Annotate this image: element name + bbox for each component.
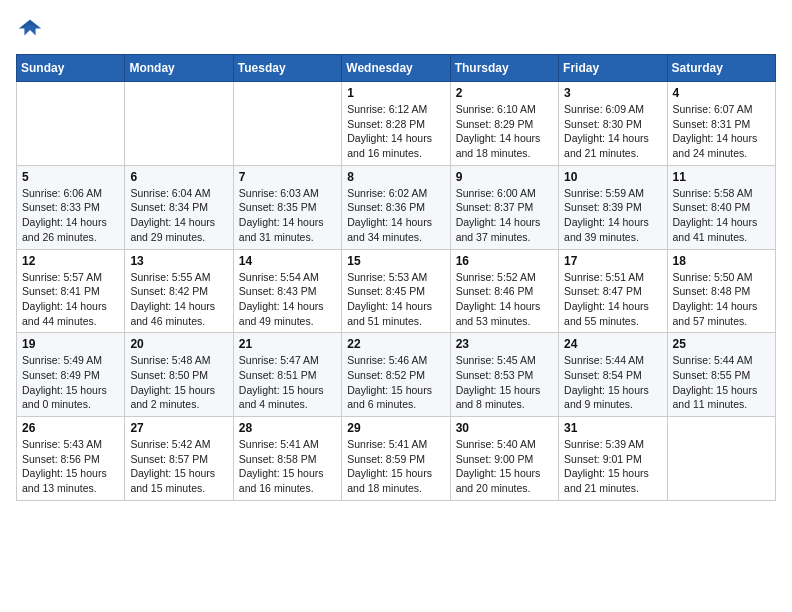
calendar-cell: 6Sunrise: 6:04 AM Sunset: 8:34 PM Daylig… [125,165,233,249]
calendar-cell: 15Sunrise: 5:53 AM Sunset: 8:45 PM Dayli… [342,249,450,333]
calendar-cell [667,417,775,501]
day-number: 4 [673,86,770,100]
day-number: 15 [347,254,444,268]
day-number: 14 [239,254,336,268]
calendar-week-row: 12Sunrise: 5:57 AM Sunset: 8:41 PM Dayli… [17,249,776,333]
weekday-header: Monday [125,55,233,82]
day-number: 29 [347,421,444,435]
day-info: Sunrise: 6:02 AM Sunset: 8:36 PM Dayligh… [347,186,444,245]
calendar-cell: 26Sunrise: 5:43 AM Sunset: 8:56 PM Dayli… [17,417,125,501]
day-info: Sunrise: 6:00 AM Sunset: 8:37 PM Dayligh… [456,186,553,245]
day-info: Sunrise: 5:45 AM Sunset: 8:53 PM Dayligh… [456,353,553,412]
day-number: 21 [239,337,336,351]
day-info: Sunrise: 5:54 AM Sunset: 8:43 PM Dayligh… [239,270,336,329]
day-number: 31 [564,421,661,435]
calendar-cell: 14Sunrise: 5:54 AM Sunset: 8:43 PM Dayli… [233,249,341,333]
calendar-cell: 5Sunrise: 6:06 AM Sunset: 8:33 PM Daylig… [17,165,125,249]
calendar-cell: 17Sunrise: 5:51 AM Sunset: 8:47 PM Dayli… [559,249,667,333]
day-number: 8 [347,170,444,184]
day-number: 2 [456,86,553,100]
day-number: 26 [22,421,119,435]
calendar-week-row: 19Sunrise: 5:49 AM Sunset: 8:49 PM Dayli… [17,333,776,417]
day-number: 30 [456,421,553,435]
calendar-cell: 24Sunrise: 5:44 AM Sunset: 8:54 PM Dayli… [559,333,667,417]
calendar-cell: 30Sunrise: 5:40 AM Sunset: 9:00 PM Dayli… [450,417,558,501]
day-info: Sunrise: 6:06 AM Sunset: 8:33 PM Dayligh… [22,186,119,245]
day-number: 16 [456,254,553,268]
logo [16,16,48,44]
day-number: 27 [130,421,227,435]
calendar-cell: 27Sunrise: 5:42 AM Sunset: 8:57 PM Dayli… [125,417,233,501]
calendar-cell: 7Sunrise: 6:03 AM Sunset: 8:35 PM Daylig… [233,165,341,249]
calendar-cell: 4Sunrise: 6:07 AM Sunset: 8:31 PM Daylig… [667,82,775,166]
calendar-week-row: 26Sunrise: 5:43 AM Sunset: 8:56 PM Dayli… [17,417,776,501]
day-number: 13 [130,254,227,268]
calendar-cell: 2Sunrise: 6:10 AM Sunset: 8:29 PM Daylig… [450,82,558,166]
logo-icon [16,16,44,44]
weekday-header: Tuesday [233,55,341,82]
day-number: 3 [564,86,661,100]
day-number: 11 [673,170,770,184]
day-info: Sunrise: 5:58 AM Sunset: 8:40 PM Dayligh… [673,186,770,245]
day-number: 17 [564,254,661,268]
day-info: Sunrise: 5:40 AM Sunset: 9:00 PM Dayligh… [456,437,553,496]
day-info: Sunrise: 6:10 AM Sunset: 8:29 PM Dayligh… [456,102,553,161]
day-info: Sunrise: 6:07 AM Sunset: 8:31 PM Dayligh… [673,102,770,161]
day-number: 12 [22,254,119,268]
day-info: Sunrise: 6:12 AM Sunset: 8:28 PM Dayligh… [347,102,444,161]
day-info: Sunrise: 5:41 AM Sunset: 8:59 PM Dayligh… [347,437,444,496]
day-number: 18 [673,254,770,268]
day-info: Sunrise: 6:03 AM Sunset: 8:35 PM Dayligh… [239,186,336,245]
calendar-cell: 16Sunrise: 5:52 AM Sunset: 8:46 PM Dayli… [450,249,558,333]
calendar-cell: 18Sunrise: 5:50 AM Sunset: 8:48 PM Dayli… [667,249,775,333]
calendar-cell: 12Sunrise: 5:57 AM Sunset: 8:41 PM Dayli… [17,249,125,333]
calendar-cell: 20Sunrise: 5:48 AM Sunset: 8:50 PM Dayli… [125,333,233,417]
calendar-cell: 23Sunrise: 5:45 AM Sunset: 8:53 PM Dayli… [450,333,558,417]
calendar-cell: 21Sunrise: 5:47 AM Sunset: 8:51 PM Dayli… [233,333,341,417]
calendar-cell: 10Sunrise: 5:59 AM Sunset: 8:39 PM Dayli… [559,165,667,249]
day-info: Sunrise: 5:41 AM Sunset: 8:58 PM Dayligh… [239,437,336,496]
day-info: Sunrise: 5:46 AM Sunset: 8:52 PM Dayligh… [347,353,444,412]
day-info: Sunrise: 5:44 AM Sunset: 8:55 PM Dayligh… [673,353,770,412]
calendar-header-row: SundayMondayTuesdayWednesdayThursdayFrid… [17,55,776,82]
calendar-cell [17,82,125,166]
day-info: Sunrise: 6:04 AM Sunset: 8:34 PM Dayligh… [130,186,227,245]
day-info: Sunrise: 5:59 AM Sunset: 8:39 PM Dayligh… [564,186,661,245]
calendar-cell: 19Sunrise: 5:49 AM Sunset: 8:49 PM Dayli… [17,333,125,417]
calendar-cell: 22Sunrise: 5:46 AM Sunset: 8:52 PM Dayli… [342,333,450,417]
day-info: Sunrise: 5:51 AM Sunset: 8:47 PM Dayligh… [564,270,661,329]
calendar-table: SundayMondayTuesdayWednesdayThursdayFrid… [16,54,776,501]
day-number: 10 [564,170,661,184]
weekday-header: Sunday [17,55,125,82]
calendar-cell [233,82,341,166]
calendar-week-row: 5Sunrise: 6:06 AM Sunset: 8:33 PM Daylig… [17,165,776,249]
calendar-cell [125,82,233,166]
day-number: 23 [456,337,553,351]
day-number: 5 [22,170,119,184]
weekday-header: Friday [559,55,667,82]
day-info: Sunrise: 5:42 AM Sunset: 8:57 PM Dayligh… [130,437,227,496]
calendar-cell: 13Sunrise: 5:55 AM Sunset: 8:42 PM Dayli… [125,249,233,333]
day-info: Sunrise: 5:48 AM Sunset: 8:50 PM Dayligh… [130,353,227,412]
day-info: Sunrise: 5:55 AM Sunset: 8:42 PM Dayligh… [130,270,227,329]
calendar-cell: 8Sunrise: 6:02 AM Sunset: 8:36 PM Daylig… [342,165,450,249]
calendar-cell: 9Sunrise: 6:00 AM Sunset: 8:37 PM Daylig… [450,165,558,249]
day-number: 25 [673,337,770,351]
weekday-header: Saturday [667,55,775,82]
weekday-header: Wednesday [342,55,450,82]
calendar-cell: 28Sunrise: 5:41 AM Sunset: 8:58 PM Dayli… [233,417,341,501]
day-info: Sunrise: 5:47 AM Sunset: 8:51 PM Dayligh… [239,353,336,412]
weekday-header: Thursday [450,55,558,82]
day-number: 6 [130,170,227,184]
day-info: Sunrise: 6:09 AM Sunset: 8:30 PM Dayligh… [564,102,661,161]
calendar-cell: 25Sunrise: 5:44 AM Sunset: 8:55 PM Dayli… [667,333,775,417]
day-number: 24 [564,337,661,351]
day-number: 19 [22,337,119,351]
day-info: Sunrise: 5:52 AM Sunset: 8:46 PM Dayligh… [456,270,553,329]
calendar-cell: 29Sunrise: 5:41 AM Sunset: 8:59 PM Dayli… [342,417,450,501]
day-number: 9 [456,170,553,184]
day-number: 22 [347,337,444,351]
day-info: Sunrise: 5:44 AM Sunset: 8:54 PM Dayligh… [564,353,661,412]
day-info: Sunrise: 5:53 AM Sunset: 8:45 PM Dayligh… [347,270,444,329]
day-info: Sunrise: 5:43 AM Sunset: 8:56 PM Dayligh… [22,437,119,496]
